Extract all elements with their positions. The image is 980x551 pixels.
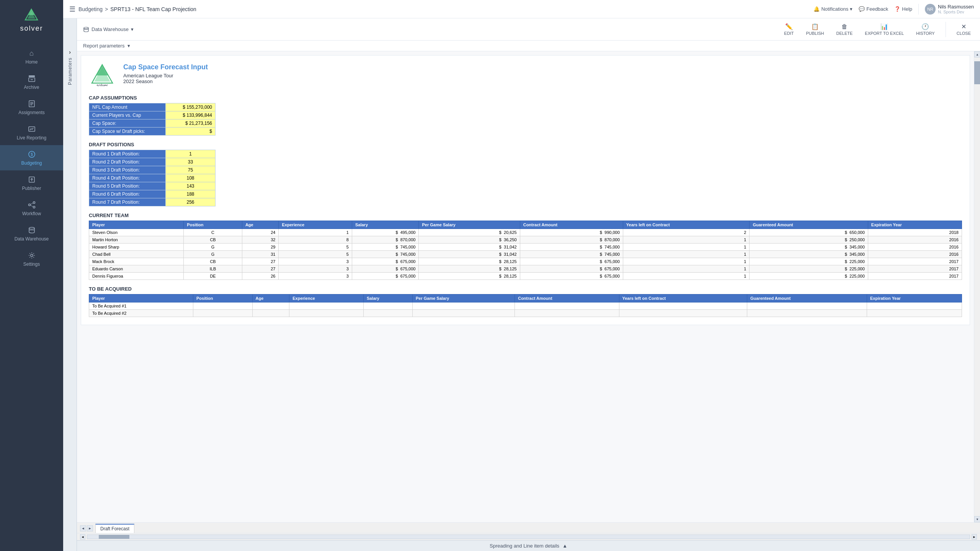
- bottom-bar[interactable]: Spreading and Line item details ▲: [77, 540, 980, 551]
- vertical-scrollbar: ▲ ▼: [974, 51, 980, 522]
- scroll-left-button[interactable]: ◄: [80, 534, 85, 540]
- player-age: 31: [242, 251, 279, 258]
- sidebar-item-assignments[interactable]: Assignments: [0, 95, 63, 120]
- player-years: 1: [623, 258, 750, 265]
- sidebar: solver ⌂ Home Archive Assignments Live R…: [0, 0, 63, 551]
- player-age: 32: [242, 236, 279, 244]
- hamburger-menu[interactable]: ☰: [69, 5, 75, 13]
- app-name: solver: [20, 25, 43, 33]
- player-guaranteed: $ 225,000: [750, 265, 868, 273]
- svg-line-19: [30, 205, 33, 207]
- scroll-right-button[interactable]: ►: [972, 534, 977, 540]
- svg-point-22: [31, 254, 33, 257]
- player-age: 27: [242, 265, 279, 273]
- header-left: ☰ Budgeting > SPRT13 - NFL Team Cap Proj…: [69, 5, 196, 13]
- draft-value[interactable]: 188: [166, 190, 216, 198]
- player-experience: 8: [279, 236, 352, 244]
- parameters-arrow-icon[interactable]: ›: [69, 49, 71, 55]
- svg-point-20: [29, 227, 34, 229]
- solver-report-logo: solver: [89, 63, 116, 87]
- player-experience: 5: [279, 251, 352, 258]
- scroll-track[interactable]: [974, 57, 980, 516]
- to-be-acquired-table: PlayerPositionAgeExperienceSalaryPer Gam…: [89, 294, 962, 317]
- player-experience: 3: [279, 265, 352, 273]
- sheet-prev-button[interactable]: ◄: [80, 525, 86, 531]
- cap-value[interactable]: $ 21,273,156: [166, 119, 216, 128]
- cap-value[interactable]: $ 133,996,844: [166, 111, 216, 119]
- player-position: G: [184, 244, 242, 251]
- cap-value[interactable]: $ 155,270,000: [166, 103, 216, 111]
- draft-label: Round 2 Draft Position:: [89, 158, 166, 166]
- sheet-next-button[interactable]: ►: [87, 525, 93, 531]
- notifications-button[interactable]: 🔔 Notifications ▾: [813, 6, 853, 12]
- user-name: Nils Rasmussen: [938, 4, 974, 10]
- sheet-tab-draft-forecast[interactable]: Draft Forecast: [95, 524, 134, 533]
- acquired-row: To Be Acquired #1: [89, 302, 962, 310]
- horiz-scroll-track[interactable]: [87, 535, 970, 539]
- help-button[interactable]: ❓ Help: [894, 6, 912, 12]
- draft-label: Round 6 Draft Position:: [89, 190, 166, 198]
- report-params-bar[interactable]: Report parameters ▾: [77, 41, 980, 51]
- player-name: Steven Olson: [89, 229, 184, 236]
- parameters-panel: › Parameters: [63, 18, 77, 551]
- svg-text:solver: solver: [96, 83, 108, 86]
- database-icon: [83, 26, 89, 33]
- feedback-icon: 💬: [859, 6, 865, 12]
- sidebar-item-home[interactable]: ⌂ Home: [0, 44, 63, 69]
- report-content[interactable]: ⊞ ⊟ solve: [77, 51, 974, 522]
- history-button[interactable]: 🕐 HISTORY: [913, 21, 938, 37]
- player-per-game: $ 28,125: [419, 273, 520, 280]
- svg-point-17: [33, 206, 35, 208]
- data-warehouse-icon: [27, 226, 36, 235]
- sidebar-item-workflow[interactable]: Workflow: [0, 196, 63, 221]
- scroll-up-button[interactable]: ▲: [974, 51, 980, 57]
- scroll-down-button[interactable]: ▼: [974, 516, 980, 522]
- player-years: 1: [623, 236, 750, 244]
- draft-value[interactable]: 75: [166, 166, 216, 174]
- publish-icon: 📋: [811, 23, 819, 30]
- export-excel-button[interactable]: 📊 EXPORT TO EXCEL: [862, 21, 907, 37]
- sidebar-item-budgeting[interactable]: $ Budgeting: [0, 145, 63, 170]
- scroll-thumb[interactable]: [974, 61, 980, 84]
- player-age: 27: [242, 258, 279, 265]
- delete-button[interactable]: 🗑 DELETE: [833, 22, 856, 37]
- data-warehouse-selector[interactable]: Data Warehouse ▾: [83, 26, 134, 33]
- draft-value[interactable]: 33: [166, 158, 216, 166]
- publisher-icon: [27, 175, 36, 184]
- parameters-label[interactable]: Parameters: [67, 57, 73, 85]
- horiz-scroll-thumb[interactable]: [99, 535, 129, 539]
- publish-button[interactable]: 📋 PUBLISH: [803, 21, 827, 37]
- sidebar-item-publisher[interactable]: Publisher: [0, 170, 63, 196]
- player-experience: 3: [279, 258, 352, 265]
- sidebar-item-data-warehouse[interactable]: Data Warehouse: [0, 221, 63, 246]
- team-row: Chad Bell G 31 5 $ 745,000 $ 31,042 $ 74…: [89, 251, 962, 258]
- draft-label: Round 1 Draft Position:: [89, 150, 166, 158]
- draft-value[interactable]: 108: [166, 174, 216, 182]
- breadcrumb-parent[interactable]: Budgeting: [78, 6, 103, 12]
- edit-button[interactable]: ✏️ EDIT: [781, 21, 797, 37]
- draft-value[interactable]: 256: [166, 198, 216, 206]
- help-icon: ❓: [894, 6, 900, 12]
- budgeting-icon: $: [27, 150, 36, 159]
- player-salary: $ 745,000: [352, 251, 419, 258]
- feedback-button[interactable]: 💬 Feedback: [859, 6, 888, 12]
- sidebar-item-live-reporting[interactable]: Live Reporting: [0, 120, 63, 145]
- player-per-game: $ 31,042: [419, 251, 520, 258]
- assignments-icon: [27, 99, 36, 108]
- team-row: Mack Brock CB 27 3 $ 675,000 $ 28,125 $ …: [89, 258, 962, 265]
- sidebar-item-settings[interactable]: Settings: [0, 246, 63, 271]
- player-position: ILB: [184, 265, 242, 273]
- cap-value[interactable]: $: [166, 128, 216, 136]
- team-row: Eduardo Carson ILB 27 3 $ 675,000 $ 28,1…: [89, 265, 962, 273]
- draft-value[interactable]: 1: [166, 150, 216, 158]
- home-icon: ⌂: [27, 49, 36, 58]
- player-salary: $ 675,000: [352, 265, 419, 273]
- draft-value[interactable]: 143: [166, 182, 216, 190]
- archive-icon: [27, 74, 36, 83]
- content-area: › Parameters Data Warehouse ▾ ✏️: [63, 18, 980, 551]
- close-button[interactable]: ✕ CLOSE: [954, 21, 974, 37]
- player-years: 1: [623, 251, 750, 258]
- notifications-chevron: ▾: [850, 6, 853, 12]
- sidebar-item-archive[interactable]: Archive: [0, 69, 63, 95]
- team-header: Guarenteed Amount: [750, 221, 868, 229]
